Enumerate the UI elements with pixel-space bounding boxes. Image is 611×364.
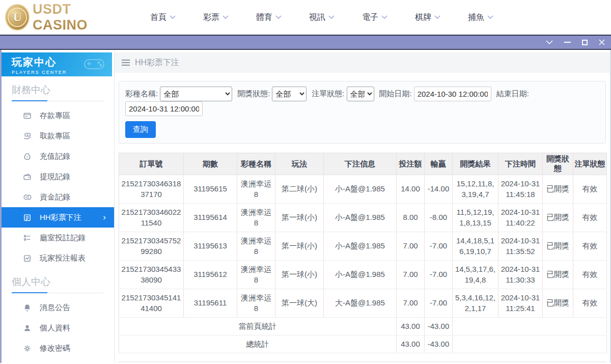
start-date-input[interactable]	[414, 87, 491, 101]
cell-order-no: 2152173034543338090	[119, 261, 184, 289]
col-issue: 期數	[184, 153, 237, 175]
logo[interactable]: U USDT CASINO	[5, 2, 122, 33]
coins-icon	[23, 193, 32, 202]
cell-issue: 31195611	[184, 289, 237, 318]
main-content: HH彩票下注 彩種名稱: 全部 開獎狀態: 全部	[115, 50, 610, 363]
sidebar-item-label: 個人資料	[40, 323, 70, 333]
nav-item-slots[interactable]: 電子	[348, 12, 401, 23]
cell-draw-status: 已開獎	[543, 289, 573, 318]
wallet-icon	[23, 173, 32, 181]
app-window: U USDT CASINO 首頁 彩票 體育 視訊 電子	[0, 0, 611, 364]
end-date-input[interactable]	[125, 101, 203, 116]
window-close-icon[interactable]	[599, 39, 605, 45]
window-maximize-icon[interactable]	[582, 40, 588, 45]
sidebar-hero: 玩家中心 PLAYERS CENTER	[2, 52, 112, 76]
hamburger-menu-icon[interactable]	[122, 60, 130, 66]
nav-label: 棋牌	[415, 12, 431, 23]
window-minimize-icon[interactable]	[564, 42, 571, 43]
cell-draw-result: 14,4,18,5,16,19,10,7	[453, 232, 498, 261]
search-button[interactable]: 查詢	[125, 121, 156, 138]
cell-issue: 31195613	[184, 232, 237, 261]
col-draw-status: 開獎狀態	[543, 153, 573, 175]
sidebar-item-fund-records[interactable]: 資金記錄	[2, 187, 114, 207]
nav-label: 彩票	[203, 12, 219, 23]
money-bag-icon	[23, 152, 32, 161]
cell-issue: 31195615	[184, 175, 237, 204]
cell-bet-time: 2024-10-31 11:30:33	[498, 261, 543, 289]
end-date-label: 結束日期:	[496, 89, 529, 99]
sidebar-item-room-bet-records[interactable]: 廳室投註記錄	[2, 228, 114, 248]
sidebar-item-label: 資金記錄	[40, 192, 70, 202]
nav-item-home[interactable]: 首頁	[136, 12, 189, 23]
col-lottery-name: 彩種名稱	[237, 153, 275, 175]
cell-bet-info: 小-A盤@1.985	[324, 232, 397, 261]
sidebar-item-change-password[interactable]: 修改密碼	[2, 338, 114, 358]
chevron-right-icon: ›	[103, 212, 106, 222]
coin-letter: U	[8, 8, 27, 27]
user-icon	[23, 324, 32, 332]
bets-table: 訂單號 期數 彩種名稱 玩法 下注信息 投注額 輸贏 開獎結果 下注時間 開獎狀…	[119, 153, 607, 353]
nav-item-fishing[interactable]: 捕魚	[454, 12, 507, 23]
cell-order-status: 有效	[573, 175, 607, 204]
col-order-status: 注單狀態	[573, 153, 607, 175]
cell-draw-result: 11,5,12,19,1,8,13,15	[453, 204, 498, 232]
cell-winloss: -7.00	[425, 232, 453, 261]
sidebar-item-label: 廳室投註記錄	[40, 233, 86, 243]
cell-order-no: 2152173034514141400	[119, 289, 184, 318]
cell-lottery-name: 澳洲幸运8	[237, 289, 275, 318]
breadcrumb: HH彩票下注	[115, 52, 610, 73]
cell-winloss: -8.00	[425, 204, 453, 232]
sidebar-item-deposit[interactable]: 存款專區	[2, 105, 114, 126]
nav-item-lottery[interactable]: 彩票	[189, 12, 242, 23]
coin-logo-icon: U	[5, 4, 30, 31]
list-icon	[23, 234, 32, 242]
cell-bet-info: 小-A盤@1.985	[324, 261, 397, 289]
nav-item-cards[interactable]: 棋牌	[401, 12, 454, 23]
cell-play-type: 第一球(大)	[275, 289, 324, 318]
page-summary-empty	[453, 318, 607, 335]
order-status-select[interactable]: 全部	[347, 87, 374, 101]
bell-icon	[23, 303, 32, 312]
cell-draw-result: 15,12,11,8,3,19,4,7	[453, 175, 498, 204]
sidebar-item-label: 充值記錄	[40, 152, 70, 161]
draw-status-select[interactable]: 全部	[272, 87, 307, 101]
gear-icon	[23, 344, 32, 353]
cell-play-type: 第一球(小)	[275, 261, 324, 289]
cell-winloss: -7.00	[425, 261, 453, 289]
page-summary-bet: 43.00	[397, 318, 425, 335]
lottery-name-select[interactable]: 全部	[160, 87, 232, 101]
cell-order-no: 2152173034602211540	[119, 204, 184, 232]
sidebar: 玩家中心 PLAYERS CENTER 財務中心 存款專區 取款專區 充值記錄	[2, 50, 115, 363]
sidebar-item-label: 玩家投注報表	[40, 254, 86, 263]
cell-draw-status: 已開獎	[543, 175, 573, 204]
sidebar-item-label: HH彩票下注	[40, 213, 81, 222]
cell-play-type: 第一球(小)	[275, 232, 324, 261]
sidebar-item-label: 提現記錄	[40, 172, 70, 182]
filter-panel: 彩種名稱: 全部 開獎狀態: 全部 注單狀態: 全部	[119, 81, 606, 144]
cell-order-status: 有效	[573, 232, 607, 261]
cell-winloss: -7.00	[425, 289, 453, 318]
sidebar-item-hh-lottery-bets[interactable]: HH彩票下注 ›	[2, 207, 114, 228]
sidebar-item-label: 存款專區	[40, 111, 70, 121]
window-dropdown-icon[interactable]	[546, 40, 553, 45]
table-row: 2152173034631837170 31195615 澳洲幸运8 第二球(小…	[119, 175, 607, 204]
chevron-down-icon	[434, 15, 440, 19]
sidebar-item-announcements[interactable]: 消息公告	[2, 297, 114, 318]
nav-item-live[interactable]: 視訊	[295, 12, 348, 23]
cell-bet-amount: 7.00	[397, 261, 425, 289]
report-chart-icon	[23, 254, 32, 263]
draw-status-label: 開獎狀態:	[237, 89, 270, 99]
nav-item-sports[interactable]: 體育	[242, 12, 295, 23]
sidebar-item-withdraw-records[interactable]: 提現記錄	[2, 166, 114, 187]
col-draw-result: 開獎結果	[453, 153, 498, 175]
cell-play-type: 第二球(小)	[275, 175, 324, 204]
nav-label: 體育	[256, 12, 272, 23]
sidebar-item-player-bet-report[interactable]: 玩家投注報表	[2, 248, 114, 268]
main-nav: 首頁 彩票 體育 視訊 電子 棋牌	[136, 12, 507, 23]
logo-wordmark: USDT CASINO	[33, 2, 122, 33]
chevron-down-icon	[223, 15, 229, 19]
site-header: U USDT CASINO 首頁 彩票 體育 視訊 電子	[0, 0, 611, 35]
sidebar-item-profile[interactable]: 個人資料	[2, 318, 114, 338]
sidebar-item-withdraw[interactable]: 取款專區	[2, 126, 114, 146]
sidebar-item-topup-records[interactable]: 充值記錄	[2, 146, 114, 166]
